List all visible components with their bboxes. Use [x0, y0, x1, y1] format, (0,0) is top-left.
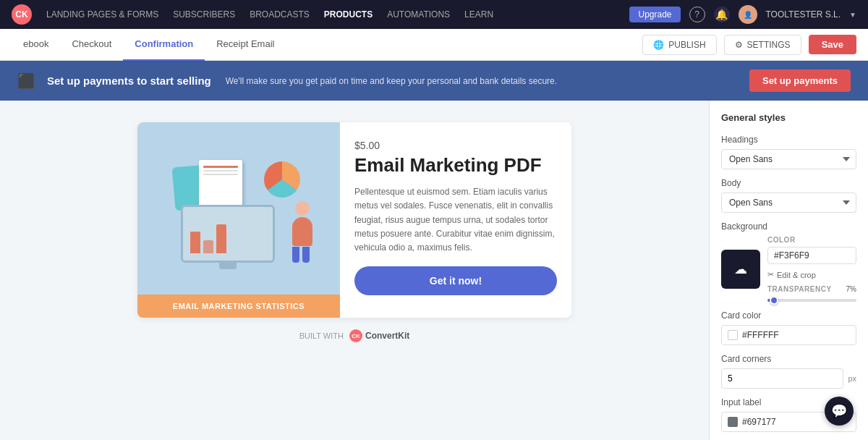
upload-icon: ☁ [734, 261, 747, 277]
card-corners-label: Card corners [721, 354, 856, 364]
get-now-button[interactable]: Get it now! [354, 266, 557, 295]
product-illustration [137, 122, 340, 295]
color-value-box[interactable]: #F3F6F9 [767, 247, 856, 264]
px-label: px [848, 374, 856, 383]
product-label: EMAIL MARKETING STATISTICS [137, 295, 340, 318]
input-label-swatch [728, 417, 738, 427]
chat-bubble[interactable]: 💬 [825, 397, 854, 426]
right-panel: General styles Headings Open Sans Body O… [709, 101, 868, 440]
card-corners-input[interactable] [721, 368, 843, 389]
nav-link-products[interactable]: PRODUCTS [324, 9, 373, 20]
publish-button[interactable]: 🌐 PUBLISH [642, 35, 716, 55]
edit-crop-label: Edit & crop [777, 271, 816, 279]
convertkit-brand: ConvertKit [365, 331, 409, 341]
bg-right-col: COLOR #F3F6F9 ✂ Edit & crop TRANSPARENCY… [767, 236, 856, 302]
avatar: 👤 [739, 5, 757, 24]
help-icon[interactable]: ? [689, 7, 705, 22]
headings-label: Headings [721, 135, 856, 145]
product-description: Pellentesque ut euismod sem. Etiam iacul… [354, 185, 557, 255]
transparency-label-row: TRANSPARENCY 7% [767, 285, 856, 293]
color-label: COLOR [767, 236, 856, 244]
nav-link-learn[interactable]: LEARN [464, 9, 493, 20]
scissors-icon: ✂ [767, 270, 774, 279]
nav-link-subscribers[interactable]: SUBSCRIBERS [173, 9, 235, 20]
tab-receipt-email[interactable]: Receipt Email [205, 29, 286, 61]
setup-payments-button[interactable]: Set up payments [749, 69, 851, 92]
banner-title: Set up payments to start selling [47, 75, 211, 87]
canvas-area: EMAIL MARKETING STATISTICS $5.00 Email M… [0, 101, 709, 440]
upgrade-button[interactable]: Upgrade [629, 7, 680, 22]
product-image: EMAIL MARKETING STATISTICS [137, 122, 340, 318]
settings-button[interactable]: ⚙ SETTINGS [724, 35, 801, 55]
card-corners-row: px [721, 368, 856, 389]
product-price: $5.00 [354, 140, 557, 151]
slider-thumb[interactable] [770, 296, 778, 305]
headings-select[interactable]: Open Sans [721, 149, 856, 169]
body-select[interactable]: Open Sans [721, 192, 856, 213]
product-info: $5.00 Email Marketing PDF Pellentesque u… [340, 122, 571, 318]
sub-nav-right: 🌐 PUBLISH ⚙ SETTINGS Save [642, 35, 856, 55]
panel-title: General styles [721, 112, 856, 123]
save-button[interactable]: Save [809, 35, 856, 54]
publish-label: PUBLISH [668, 40, 705, 50]
transparency-value: 7% [846, 285, 856, 293]
banner-text: Set up payments to start selling [47, 75, 211, 87]
bg-preview-box[interactable]: ☁ [721, 250, 760, 289]
built-with-bar: BUILT WITH CK ConvertKit [299, 329, 410, 342]
payment-banner: ⬛ Set up payments to start selling We'll… [0, 61, 868, 101]
edit-crop-btn[interactable]: ✂ Edit & crop [767, 270, 856, 279]
nav-right: Upgrade ? 🔔 👤 TOOLTESTER S.L. ▼ [629, 5, 856, 24]
nav-link-automations[interactable]: AUTOMATIONS [387, 9, 450, 20]
chevron-down-icon[interactable]: ▼ [849, 11, 856, 19]
main-layout: EMAIL MARKETING STATISTICS $5.00 Email M… [0, 101, 868, 440]
background-label: Background [721, 221, 856, 232]
bell-icon[interactable]: 🔔 [714, 7, 730, 22]
body-label: Body [721, 178, 856, 188]
logo[interactable]: CK [12, 4, 32, 25]
transparency-label: TRANSPARENCY [767, 285, 832, 293]
tab-ebook[interactable]: ebook [12, 29, 60, 61]
gear-icon: ⚙ [735, 40, 743, 50]
built-with-text: BUILT WITH [299, 331, 344, 340]
nav-link-broadcasts[interactable]: BROADCASTS [250, 9, 310, 20]
banner-icon: ⬛ [17, 72, 35, 90]
card-color-box[interactable]: #FFFFFF [721, 325, 856, 345]
nav-links: LANDING PAGES & FORMS SUBSCRIBERS BROADC… [46, 9, 615, 20]
input-label-value: #697177 [742, 417, 776, 427]
publish-icon: 🌐 [653, 40, 664, 50]
card-color-value: #FFFFFF [742, 330, 779, 340]
chat-icon: 💬 [831, 403, 847, 419]
tab-checkout[interactable]: Checkout [60, 29, 123, 61]
banner-desc: We'll make sure you get paid on time and… [226, 76, 557, 86]
card-color-label: Card color [721, 310, 856, 321]
product-title: Email Marketing PDF [354, 154, 557, 177]
nav-link-landing[interactable]: LANDING PAGES & FORMS [46, 9, 158, 20]
convertkit-logo: CK ConvertKit [349, 329, 409, 342]
user-label[interactable]: TOOLTESTER S.L. [766, 9, 841, 20]
ck-logo-icon: CK [349, 329, 362, 342]
product-card: EMAIL MARKETING STATISTICS $5.00 Email M… [137, 122, 571, 318]
logo-text: CK [15, 9, 27, 20]
top-nav: CK LANDING PAGES & FORMS SUBSCRIBERS BRO… [0, 0, 868, 29]
settings-label: SETTINGS [747, 40, 791, 50]
slider-track[interactable] [767, 299, 856, 302]
background-row: ☁ COLOR #F3F6F9 ✂ Edit & crop TRANSPAREN… [721, 236, 856, 302]
tab-confirmation[interactable]: Confirmation [123, 29, 205, 61]
white-swatch [728, 330, 738, 340]
sub-nav: ebook Checkout Confirmation Receipt Emai… [0, 29, 868, 61]
